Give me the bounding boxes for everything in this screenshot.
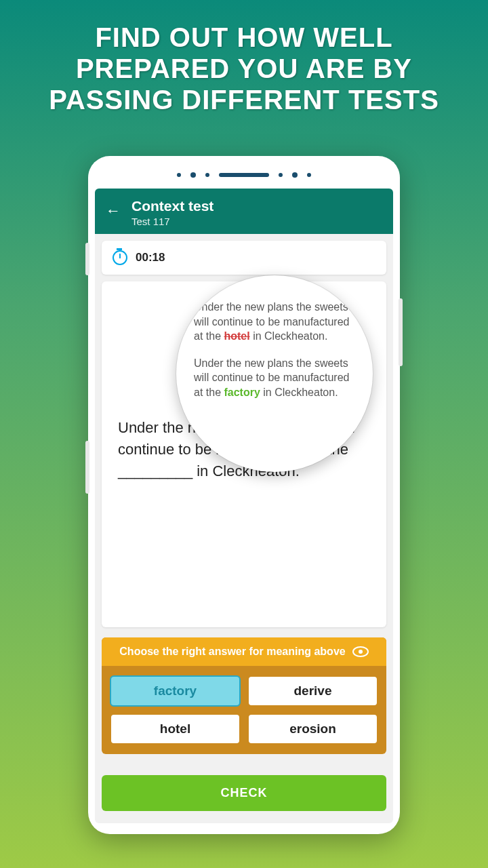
phone-mockup: ← Context test Test 117 00:18 Under the … — [88, 156, 400, 834]
answer-prompt: Choose the right answer for meaning abov… — [119, 646, 345, 658]
eye-icon[interactable] — [352, 646, 369, 657]
option-erosion[interactable]: erosion — [247, 713, 378, 745]
answer-section: Choose the right answer for meaning abov… — [102, 637, 386, 754]
check-button[interactable]: CHECK — [102, 775, 386, 811]
phone-notch — [95, 165, 393, 184]
timer-card: 00:18 — [102, 241, 386, 275]
option-derive[interactable]: derive — [247, 675, 378, 707]
option-factory[interactable]: factory — [110, 675, 241, 707]
phone-side-button — [85, 441, 89, 494]
stopwatch-icon — [113, 250, 127, 265]
magnifier-overlay: Under the new plans the sweets will cont… — [176, 275, 373, 472]
header-title: Context test — [131, 198, 214, 214]
magnifier-right-example: Under the new plans the sweets will cont… — [194, 356, 355, 400]
back-arrow-icon[interactable]: ← — [106, 202, 121, 220]
app-header: ← Context test Test 117 — [95, 189, 393, 234]
phone-screen: ← Context test Test 117 00:18 Under the … — [95, 189, 393, 823]
answer-prompt-bar: Choose the right answer for meaning abov… — [102, 637, 386, 666]
header-subtitle: Test 117 — [131, 216, 214, 227]
promo-title: FIND OUT HOW WELL PREPARED YOU ARE BY PA… — [0, 0, 488, 129]
right-word: factory — [224, 387, 260, 398]
timer-value: 00:18 — [136, 251, 165, 264]
options-grid: factory derive hotel erosion — [102, 666, 386, 754]
phone-side-button — [85, 243, 89, 275]
wrong-word: hotel — [224, 330, 249, 342]
magnifier-wrong-example: Under the new plans the sweets will cont… — [194, 300, 355, 344]
phone-side-button — [399, 298, 403, 366]
option-hotel[interactable]: hotel — [110, 713, 241, 745]
